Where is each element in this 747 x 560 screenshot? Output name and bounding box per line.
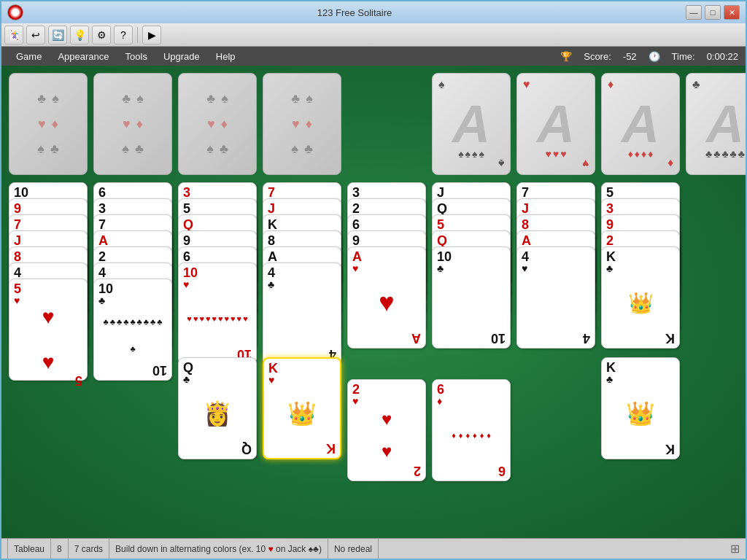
diamond3-icon: ♦ [136,117,143,132]
minimize-button[interactable]: — [686,5,702,20]
foundation-suit-spades-br: ♠ [498,157,505,170]
spade5-icon: ♠ [221,91,228,106]
foundation-diamonds[interactable]: A ♦ ♦ ♦♦ ♦♦ [601,73,680,175]
stock-pile-2[interactable]: ♣ ♠ ♥ ♦ ♠ ♣ [93,73,172,175]
card-4c-c4[interactable]: 4♣ 4 [263,262,341,365]
card-10c[interactable]: 10♣ ♣♣♣♣♣♣♣♣♣♣ 10 [93,279,172,381]
spade4-icon: ♠ [122,141,129,157]
score-value: -52 [623,51,637,62]
columns-count: 8 [57,544,62,554]
card-10c-c6[interactable]: 10♣ 10 [432,246,511,349]
diamond7-icon: ♦ [306,117,312,132]
cards-count: 7 cards [74,544,103,554]
column-6: J♠ 🤵 J Q♠ 👸 Q 5♥ 5 Q♦ 👸 Q [432,182,511,538]
card-4h-c7[interactable]: 4♥ 4 [516,246,595,349]
column-8: 5♣ 5 3♦ 3 9♦ 9 2♥ 2 [601,182,680,538]
foundation-suit-hearts-tl: ♥ [523,78,530,91]
maximize-button[interactable]: □ [705,5,721,20]
menu-game[interactable]: Game [9,50,49,63]
card-qc[interactable]: Q♣ 👸 Q [178,357,257,459]
toolbar-settings[interactable]: ⚙ [92,26,111,44]
build-rule-text: Build down in alternating colors (ex. 10… [115,544,322,554]
diamond-icon: ♦ [52,117,58,132]
menu-tools[interactable]: Tools [118,50,155,63]
club-icon: ♣ [37,91,46,106]
foundation-a-clubs: A [706,94,744,154]
time-value: 0:00:22 [707,51,738,62]
heart3-icon: ♥ [123,117,131,132]
foundation-spades[interactable]: A ♠ ♠ ♠♠ ♠♠ [432,73,511,175]
column-2: 6♠ 6 3♠ 3 7♠ 7 A♥ ♥ A [93,182,172,538]
toolbar-play[interactable]: ▶ [142,26,161,44]
spade6-icon: ♠ [206,141,214,157]
club8-icon: ♣ [304,141,313,157]
spade3-icon: ♠ [136,91,144,106]
foundation-hearts[interactable]: A ♥ ♥ ♥♥ ♥ [516,73,595,175]
club2-icon: ♣ [50,141,59,157]
menu-help[interactable]: Help [209,50,243,63]
card-ah-c5[interactable]: A♥ ♥ A [347,246,426,349]
window-controls: — □ ✕ [686,5,740,20]
card-kc-c8b[interactable]: K♣ 👑 K [601,357,680,459]
foundation-suit-diamonds-tl: ♦ [608,78,614,91]
card-2h[interactable]: 2♥ ♥ ♥ 2 [347,379,426,481]
toolbar-smiley[interactable]: 🃏 [4,26,23,44]
heart5-icon: ♥ [207,117,215,132]
card-10h[interactable]: 10♥ ♥♥♥♥♥♥♥♥♥♥ 10 [178,262,257,365]
score-area: 🏆 Score: -52 🕐 Time: 0:00:22 [560,51,738,62]
spade7-icon: ♠ [306,91,313,106]
menu-bar: Game Appearance Tools Upgrade Help 🏆 Sco… [1,47,746,66]
stock-pile-3[interactable]: ♣ ♠ ♥ ♦ ♠ ♣ [178,73,257,175]
foundation-suit-hearts-br: ♥ [582,157,589,170]
toolbar-divider [137,27,138,43]
club4-icon: ♣ [135,141,144,157]
redeal-text: No redeal [334,544,372,554]
column-3: 3♥ 3 5♠ 5 Q♥ 👸 Q 9♠ 9 [178,182,257,538]
toolbar: 🃏 ↩ 🔄 💡 ⚙ ? ▶ [1,23,746,47]
card-5h[interactable]: 5♥ ♥ ♥ 5 [9,279,88,381]
time-icon: 🕐 [649,51,660,62]
foundation-a-spades: A [452,94,490,154]
toolbar-help[interactable]: ? [114,26,133,44]
status-redeal: No redeal [328,539,379,559]
menu-appearance[interactable]: Appearance [50,50,116,63]
time-label: Time: [672,51,695,62]
foundation-suit-spades-tl: ♠ [438,78,445,91]
stock-suits-top-1: ♣ ♠ [37,91,58,106]
foundation-clubs[interactable]: A ♣ ♣ ♣♣ ♣♣ ♣ [686,73,746,175]
tableau-label: Tableau [14,544,44,554]
card-6d[interactable]: 6♦ ♦♦♦♦♦♦ 6 [432,379,511,481]
club7-icon: ♣ [291,91,300,106]
status-columns: 8 [51,539,69,559]
toolbar-undo[interactable]: ↩ [26,26,45,44]
score-icon: 🏆 [560,51,572,62]
menu-upgrade[interactable]: Upgrade [156,50,207,63]
column-7: 7♠ 7 J♥ 🤴 J 8♦ 8 A♦ ♦ A [516,182,595,538]
club6-icon: ♣ [220,141,228,157]
column-5: 3♠ 3 2♠ 2 6♣ 6 9♣ 9 [347,182,426,538]
toolbar-hint[interactable]: 💡 [70,26,89,44]
stock-pile-1[interactable]: ♣ ♠ ♥ ♦ ♠ ♣ [9,73,88,175]
heart-icon: ♥ [38,117,46,132]
spade2-icon: ♠ [37,141,44,157]
column-4: 7♥ 7 J♥ 🤴 J K♣ 👑 K 8♠ 8 [263,182,341,538]
status-build-rule: Build down in alternating colors (ex. 10… [109,539,328,559]
stock-suits-mid-1: ♥ ♦ [38,117,58,132]
club5-icon: ♣ [206,91,215,106]
window-title: 123 Free Solitaire [23,7,686,18]
close-button[interactable]: ✕ [724,5,740,20]
diamond5-icon: ♦ [221,117,228,132]
spade-icon: ♠ [52,91,59,106]
spade8-icon: ♠ [291,141,298,157]
foundation-suit-clubs-tl: ♣ [692,78,700,91]
tableau: 10♠ ♠♠♠♠♠♠♠♠♠♠ 10 9♥ 9 7♥ 7 J♥ [9,182,738,538]
stock-suits-bot-1: ♠ ♣ [37,141,58,157]
status-cards: 7 cards [69,539,109,559]
card-kh[interactable]: K♥ 👑 K [263,357,341,459]
column-1: 10♠ ♠♠♠♠♠♠♠♠♠♠ 10 9♥ 9 7♥ 7 J♥ [9,182,88,538]
card-kc-c8a[interactable]: K♣ 👑 K [601,246,680,349]
toolbar-deal[interactable]: 🔄 [48,26,67,44]
club3-icon: ♣ [122,91,131,106]
stock-pile-4[interactable]: ♣ ♠ ♥ ♦ ♠ ♣ [263,73,341,175]
foundation-a-hearts: A [537,94,575,154]
